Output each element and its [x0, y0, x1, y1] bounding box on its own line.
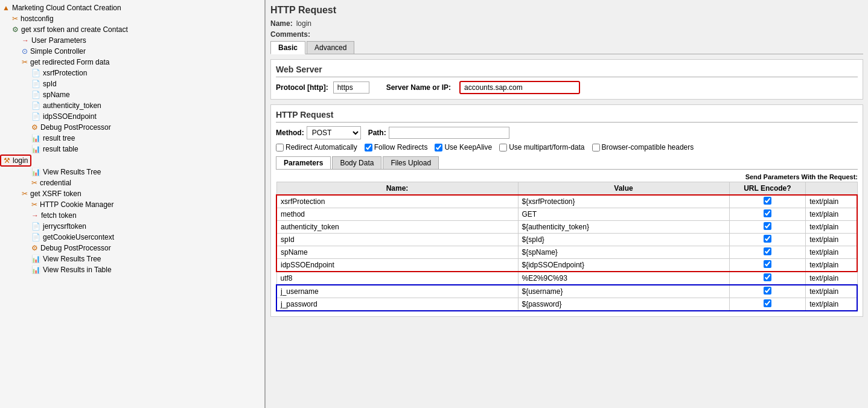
param-name: j_password	[276, 298, 518, 311]
comments-label: Comments:	[270, 30, 310, 39]
table-row: j_username${username}text/plain	[276, 285, 857, 298]
param-icon: 📄	[31, 101, 40, 110]
param-icon: 📄	[31, 112, 40, 121]
debug-icon: ⚙	[31, 244, 38, 252]
tree-label-authenticity_token: authenticity_token	[43, 101, 101, 110]
url-encode-checkbox[interactable]	[764, 209, 771, 217]
method-label: Method:	[276, 129, 304, 137]
param-encode	[729, 259, 806, 272]
tree-item-hostconfig[interactable]: ✂hostconfig	[0, 13, 264, 24]
url-encode-checkbox[interactable]	[764, 222, 771, 230]
sub-tab-parameters[interactable]: Parameters	[276, 156, 331, 169]
method-row: Method: POST GET PUT DELETE Path:	[276, 126, 858, 139]
tree-label-hostconfig: hostconfig	[21, 14, 54, 23]
tree-item-root[interactable]: ▲Marketing Cloud Contact Creation	[0, 2, 264, 13]
tree-label-getcookie: getCookieUsercontext	[43, 233, 114, 241]
url-encode-checkbox[interactable]	[764, 247, 771, 255]
tree-item-get_xsrf[interactable]: ⚙get xsrf token and create Contact	[0, 24, 264, 35]
circle-green-icon: ⚙	[12, 25, 19, 34]
tree-item-spid[interactable]: 📄spId	[0, 78, 264, 89]
tree-item-view_results_tree[interactable]: 📊View Results Tree	[0, 167, 264, 177]
path-input[interactable]	[389, 127, 509, 139]
tree-item-user_params[interactable]: →User Parameters	[0, 35, 264, 46]
checkbox-input-multipart[interactable]	[499, 144, 507, 151]
tree-label-get_xsrf: get xsrf token and create Contact	[21, 25, 128, 34]
params-table: Name: Value URL Encode? xsrfProtection${…	[276, 182, 858, 311]
url-encode-checkbox[interactable]	[764, 260, 771, 268]
tree-item-getcookie[interactable]: 📄getCookieUsercontext	[0, 232, 264, 243]
param-value: ${idpSSOEndpoint}	[518, 259, 729, 272]
protocol-row: Protocol [http]: Server Name or IP:	[276, 81, 858, 94]
viewresult-icon: 📊	[31, 266, 40, 274]
method-select[interactable]: POST GET PUT DELETE	[307, 126, 361, 139]
checkbox-input-redirect[interactable]	[276, 144, 284, 151]
tree-item-simple_controller[interactable]: ⊙Simple Controller	[0, 46, 264, 57]
param-value: GET	[518, 208, 729, 221]
send-params-label: Send Parameters With the Request:	[276, 173, 858, 180]
tree-item-jerrycsrftoken[interactable]: 📄jerrycsrftoken	[0, 221, 264, 232]
tree-item-get_redirected[interactable]: ✂get redirected Form data	[0, 57, 264, 68]
tab-basic[interactable]: Basic	[270, 41, 305, 54]
tree-label-get_redirected: get redirected Form data	[30, 58, 109, 66]
tree-item-idpssoe[interactable]: 📄idpSSOEndpoint	[0, 111, 264, 122]
checkbox-follow: Follow Redirects	[365, 143, 428, 151]
tree-item-debug_post2[interactable]: ⚙Debug PostProcessor	[0, 243, 264, 253]
tree-item-xsrf_protection[interactable]: 📄xsrfProtection	[0, 68, 264, 78]
name-value: login	[296, 19, 311, 28]
checkbox-redirect: Redirect Automatically	[276, 143, 357, 151]
tool-icon: ✂	[22, 190, 28, 198]
tree-item-view_results_tree2[interactable]: 📊View Results Tree	[0, 253, 264, 264]
col-urlencode: URL Encode?	[729, 182, 806, 196]
url-encode-checkbox[interactable]	[764, 299, 771, 307]
param-name: idpSSOEndpoint	[276, 259, 518, 272]
tree-item-credential[interactable]: ✂credential	[0, 177, 264, 188]
checkbox-input-follow[interactable]	[365, 144, 372, 151]
protocol-input[interactable]	[333, 81, 369, 94]
checkbox-label-browser: Browser-compatible headers	[602, 143, 694, 151]
tree-item-view_results_table2[interactable]: 📊View Results in Table	[0, 264, 264, 275]
tree-item-get_xsrf_token[interactable]: ✂get XSRF token	[0, 188, 264, 199]
col-contenttype	[806, 182, 857, 196]
param-name: j_username	[276, 285, 518, 298]
param-value: ${spId}	[518, 234, 729, 246]
sub-tab-files_upload[interactable]: Files Upload	[383, 156, 439, 169]
sub-tab-body_data[interactable]: Body Data	[332, 156, 381, 169]
col-value: Value	[518, 182, 729, 196]
col-name: Name:	[276, 182, 518, 196]
tree-item-login[interactable]: ⚒login	[0, 155, 31, 167]
url-encode-checkbox[interactable]	[764, 273, 771, 281]
tree-item-debug_post[interactable]: ⚙Debug PostProcessor	[0, 122, 264, 133]
param-content-type: text/plain	[806, 298, 857, 311]
param-content-type: text/plain	[806, 195, 857, 208]
tree-item-fetch_token[interactable]: →fetch token	[0, 210, 264, 221]
tree-label-fetch_token: fetch token	[41, 211, 77, 220]
param-name: authenticity_token	[276, 221, 518, 234]
tree-item-spname[interactable]: 📄spName	[0, 89, 264, 100]
tool-icon: ✂	[12, 14, 18, 23]
tree-item-authenticity_token[interactable]: 📄authenticity_token	[0, 100, 264, 111]
param-value: %E2%9C%93	[518, 272, 729, 285]
server-input[interactable]	[459, 81, 580, 94]
tool-icon: ✂	[22, 58, 28, 66]
url-encode-checkbox[interactable]	[764, 235, 771, 243]
tree-item-http_cookie[interactable]: ✂HTTP Cookie Manager	[0, 199, 264, 210]
tree-item-result_table[interactable]: 📊result table	[0, 144, 264, 155]
tree-label-spname: spName	[43, 91, 70, 99]
web-server-section: Web Server Protocol [http]: Server Name …	[270, 59, 863, 100]
checkbox-input-browser[interactable]	[592, 144, 600, 151]
checkbox-input-keepalive[interactable]	[435, 144, 442, 151]
left-panel: ▲Marketing Cloud Contact Creation✂hostco…	[0, 0, 266, 408]
http-request-title: HTTP Request	[276, 110, 858, 123]
tab-advanced[interactable]: Advanced	[307, 41, 354, 54]
protocol-label: Protocol [http]:	[276, 83, 328, 92]
url-encode-checkbox[interactable]	[764, 197, 771, 205]
tree-item-result_tree[interactable]: 📊result tree	[0, 133, 264, 144]
param-value: ${password}	[518, 298, 729, 311]
table-row: spName${spName}text/plain	[276, 246, 857, 259]
tree-label-spid: spId	[43, 80, 57, 88]
tree-label-root: Marketing Cloud Contact Creation	[12, 4, 121, 12]
url-encode-checkbox[interactable]	[764, 287, 771, 295]
table-row: utf8%E2%9C%93text/plain	[276, 272, 857, 285]
login-icon: ⚒	[4, 156, 10, 165]
name-row: Name: login	[270, 19, 863, 28]
